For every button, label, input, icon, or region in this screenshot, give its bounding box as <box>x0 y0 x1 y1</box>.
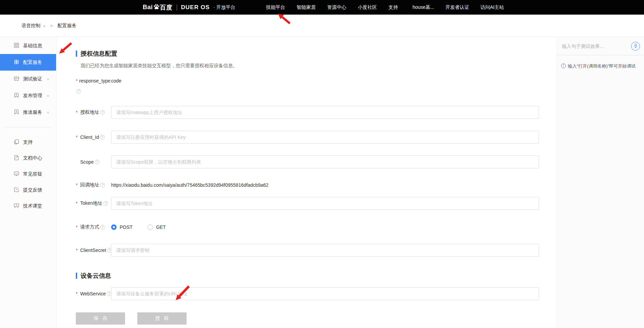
nav-item-resource-center[interactable]: 资源中心 <box>327 4 346 11</box>
response-type-label: response_type <box>79 78 111 84</box>
sidebar-item-test-verify[interactable]: 测试验证 ∨ <box>0 71 56 87</box>
logo-divider <box>177 4 177 11</box>
device-section-title: 设备云信息 <box>76 272 539 280</box>
sidebar-item-basic-info[interactable]: 基础信息 <box>0 37 56 54</box>
baidu-brand-right: 百度 <box>160 3 173 12</box>
nav-item-skill-platform[interactable]: 技能平台 <box>266 4 285 11</box>
web-service-label: WebService <box>80 291 106 296</box>
form-actions: 保存 授权 <box>76 312 539 325</box>
save-button[interactable]: 保存 <box>76 312 125 325</box>
presentation-play-icon <box>14 203 19 209</box>
bookmark-plus-icon <box>14 109 19 116</box>
nav-item-smart-home[interactable]: 智能家居 <box>297 4 316 11</box>
header-user-area: house墓... 开发者认证 访问AI主站 <box>413 0 504 15</box>
auth-section-title: 授权信息配置 <box>76 50 539 58</box>
mic-button[interactable] <box>631 42 640 51</box>
required-mark: * <box>76 182 79 188</box>
required-mark: * <box>76 248 79 253</box>
baidu-paw-icon <box>153 4 160 10</box>
config-service-panel: 授权信息配置 我们已经为您生成智能家居类技能交互模型，您只需要授权相应设备信息。… <box>57 37 557 328</box>
sidebar-divider <box>5 127 51 127</box>
chat-dots-icon <box>14 171 19 178</box>
field-client-id: * Client_Id ? <box>76 131 539 144</box>
radio-post-label: POST <box>120 224 133 230</box>
grid-icon <box>14 42 19 49</box>
baidu-brand-left: Bai <box>143 4 153 11</box>
radio-checked-icon[interactable] <box>111 224 117 230</box>
chevron-down-icon[interactable]: ∨ <box>43 24 46 28</box>
request-method-label: 请求方式 <box>80 224 99 230</box>
sidebar-link-tech-class[interactable]: 技术课堂 <box>0 198 56 214</box>
help-icon[interactable]: ? <box>76 89 81 94</box>
baidu-dueros-logo[interactable]: Bai 百度 DUER OS · 开放平台 <box>143 0 236 15</box>
sidebar-link-doc-center[interactable]: 文档中心 <box>0 150 56 166</box>
sidebar-item-label: 测试验证 <box>23 76 42 82</box>
test-hint: ! 输入“打开(调用名称)”即可开始调试 <box>557 55 644 69</box>
developer-cert-link[interactable]: 开发者认证 <box>446 4 469 11</box>
required-mark: * <box>76 201 79 206</box>
auth-section-description: 我们已经为您生成智能家居类技能交互模型，您只需要授权相应设备信息。 <box>81 63 539 69</box>
sidebar-link-support[interactable]: 支持 <box>0 134 56 150</box>
help-icon[interactable]: ? <box>100 135 105 140</box>
radio-post[interactable]: POST <box>111 224 133 230</box>
help-icon[interactable]: ? <box>100 183 105 187</box>
sidebar-link-feedback[interactable]: 提交反馈 <box>0 182 56 198</box>
user-menu[interactable]: house墓... <box>413 4 434 11</box>
field-client-secret: * ClientSecret ? <box>76 244 539 257</box>
help-icon[interactable]: ? <box>100 110 105 115</box>
sidebar-link-label: 常见答疑 <box>23 171 42 177</box>
sidebar-link-label: 支持 <box>23 139 33 145</box>
document-icon <box>14 155 19 162</box>
help-icon[interactable]: ? <box>95 160 100 164</box>
auth-url-input[interactable] <box>111 106 539 119</box>
field-request-method: * 请求方式 ? POST GET <box>76 224 539 230</box>
visit-ai-site-link[interactable]: 访问AI主站 <box>481 4 504 11</box>
token-url-input[interactable] <box>111 197 539 210</box>
radio-unchecked-icon[interactable] <box>147 224 153 230</box>
nav-item-support[interactable]: 支持 <box>388 4 398 11</box>
required-mark: * <box>76 291 79 296</box>
field-web-service: * WebService ? <box>76 287 539 300</box>
test-sentence-input[interactable] <box>561 43 628 49</box>
bookmark-plus-icon <box>14 92 19 99</box>
authorize-button[interactable]: 授权 <box>137 312 187 325</box>
sidebar: 基础信息 配置服务 测试验证 ∨ 发布管理 ∨ 推送服务 ∨ <box>0 37 56 328</box>
sidebar-item-label: 基础信息 <box>23 43 42 49</box>
copy-pages-icon <box>14 139 19 146</box>
test-panel: ! 输入“打开(调用名称)”即可开始调试 <box>557 37 644 328</box>
sidebar-link-label: 文档中心 <box>23 155 42 161</box>
sidebar-item-publish-manage[interactable]: 发布管理 ∨ <box>0 87 56 104</box>
web-service-input[interactable] <box>111 287 539 300</box>
client-id-input[interactable] <box>111 131 539 144</box>
help-icon[interactable]: ? <box>100 225 105 230</box>
nav-item-community[interactable]: 小度社区 <box>358 4 377 11</box>
open-platform-label: · 开放平台 <box>213 4 236 11</box>
test-sentence-row <box>557 37 644 55</box>
sidebar-link-label: 技术课堂 <box>23 203 42 209</box>
test-hint-text: 输入“打开(调用名称)”即可开始调试 <box>568 63 636 69</box>
client-secret-input[interactable] <box>111 244 539 257</box>
mic-icon <box>634 43 638 49</box>
field-response-type: * response_type code <box>76 78 539 84</box>
info-icon: ! <box>561 63 566 68</box>
radio-get-label: GET <box>156 224 166 230</box>
sidebar-item-config-service[interactable]: 配置服务 <box>0 54 56 71</box>
radio-get[interactable]: GET <box>147 224 166 230</box>
title-accent-bar <box>76 51 77 57</box>
chevron-down-icon: ∨ <box>47 94 50 97</box>
field-auth-url: * 授权地址 ? <box>76 106 539 119</box>
help-icon[interactable]: ? <box>103 201 108 206</box>
test-card-icon <box>14 76 19 83</box>
sidebar-link-faq[interactable]: 常见答疑 <box>0 166 56 182</box>
top-header: Bai 百度 DUER OS · 开放平台 技能平台 智能家居 资源中心 小度社… <box>0 0 644 15</box>
required-mark: * <box>76 110 79 115</box>
device-section-heading: 设备云信息 <box>81 272 111 280</box>
sidebar-item-push-service[interactable]: 推送服务 ∨ <box>0 104 56 121</box>
breadcrumb-parent[interactable]: 语音控制 <box>21 23 40 29</box>
sidebar-link-label: 提交反馈 <box>23 187 42 193</box>
callback-url-value: https://xiaodu.baidu.com/saiya/auth/7546… <box>111 182 268 188</box>
scope-input[interactable] <box>111 156 539 168</box>
field-scope: Scope ? <box>76 156 539 168</box>
client-id-label: Client_Id <box>80 134 99 140</box>
sidebar-item-label: 发布管理 <box>23 93 42 99</box>
